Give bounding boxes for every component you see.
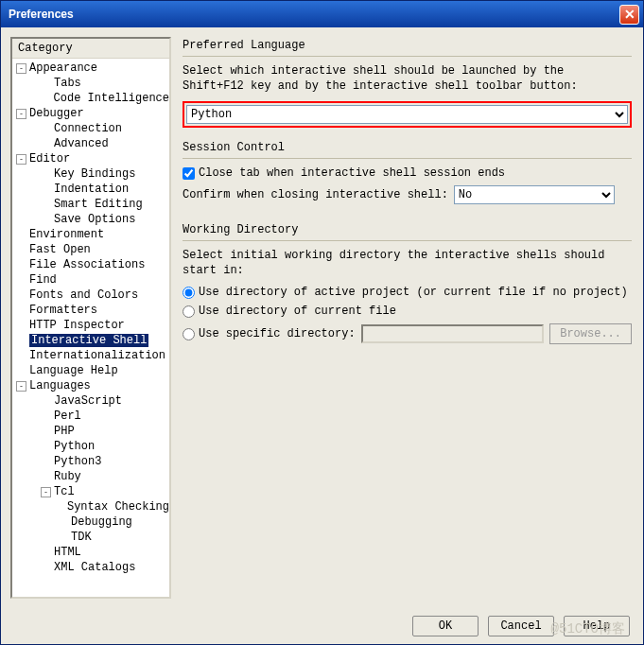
- sidebar-item-python3[interactable]: Python3: [12, 454, 169, 469]
- sidebar-item-label: Tabs: [54, 77, 81, 90]
- collapse-icon[interactable]: -: [16, 381, 26, 392]
- preferences-window: Preferences ✕ Category -AppearanceTabsCo…: [0, 0, 644, 645]
- sidebar-item-label: HTML: [54, 546, 81, 559]
- content-area: Category -AppearanceTabsCode Intelligenc…: [1, 27, 643, 608]
- sidebar-item-debugger[interactable]: -Debugger: [12, 106, 169, 121]
- sidebar-item-php[interactable]: PHP: [12, 424, 169, 439]
- category-tree[interactable]: -AppearanceTabsCode Intelligence-Debugge…: [12, 59, 169, 597]
- collapse-icon[interactable]: -: [16, 109, 26, 119]
- sidebar-item-label: Connection: [54, 122, 122, 135]
- sidebar-item-xml-catalogs[interactable]: XML Catalogs: [12, 560, 169, 575]
- sidebar-item-html[interactable]: HTML: [12, 545, 169, 560]
- sidebar-item-label: Fast Open: [29, 243, 91, 256]
- sidebar-item-label: Internationalization: [29, 349, 165, 362]
- close-tab-checkbox[interactable]: [183, 167, 195, 180]
- sidebar-item-internationalization[interactable]: Internationalization: [12, 348, 169, 363]
- group-title: Session Control: [183, 141, 632, 154]
- sidebar-item-formatters[interactable]: Formatters: [12, 303, 169, 318]
- sidebar-item-key-bindings[interactable]: Key Bindings: [12, 166, 169, 182]
- sidebar-item-advanced[interactable]: Advanced: [12, 136, 169, 151]
- sidebar-item-label: Appearance: [29, 61, 97, 75]
- confirm-close-label: Confirm when closing interactive shell:: [183, 188, 448, 201]
- sidebar-item-find[interactable]: Find: [12, 272, 169, 288]
- sidebar-item-label: File Associations: [29, 258, 145, 271]
- sidebar-item-http-inspector[interactable]: HTTP Inspector: [12, 318, 169, 333]
- session-control-group: Session Control Close tab when interacti…: [183, 141, 632, 210]
- sidebar-item-label: JavaScript: [54, 394, 122, 408]
- sidebar-item-label: Advanced: [54, 137, 109, 150]
- sidebar-header: Category: [12, 39, 169, 59]
- sidebar-item-label: Save Options: [54, 213, 135, 226]
- dialog-footer: OK Cancel Help: [1, 608, 643, 644]
- sidebar-item-python[interactable]: Python: [12, 439, 169, 454]
- group-title: Preferred Language: [183, 39, 632, 52]
- sidebar-item-javascript[interactable]: JavaScript: [12, 393, 169, 409]
- sidebar-item-save-options[interactable]: Save Options: [12, 212, 169, 227]
- sidebar-item-ruby[interactable]: Ruby: [12, 469, 169, 484]
- help-button[interactable]: Help: [564, 616, 630, 636]
- collapse-icon[interactable]: -: [41, 487, 51, 497]
- main-panel: Preferred Language Select which interact…: [181, 37, 634, 599]
- sidebar-item-syntax-checking[interactable]: Syntax Checking: [12, 499, 169, 514]
- sidebar-item-label: Interactive Shell: [29, 334, 148, 347]
- sidebar-item-tdk[interactable]: TDK: [12, 530, 169, 545]
- sidebar-item-fast-open[interactable]: Fast Open: [12, 242, 169, 257]
- category-sidebar: Category -AppearanceTabsCode Intelligenc…: [10, 37, 171, 599]
- working-dir-desc: Select initial working directory the int…: [183, 249, 632, 278]
- sidebar-item-editor[interactable]: -Editor: [12, 151, 169, 166]
- sidebar-item-debugging[interactable]: Debugging: [12, 514, 169, 530]
- window-title: Preferences: [5, 8, 74, 21]
- sidebar-item-code-intelligence[interactable]: Code Intelligence: [12, 91, 169, 106]
- sidebar-item-label: Python3: [54, 455, 101, 468]
- sidebar-item-connection[interactable]: Connection: [12, 121, 169, 136]
- sidebar-item-environment[interactable]: Environment: [12, 227, 169, 242]
- sidebar-item-label: Formatters: [29, 304, 97, 317]
- sidebar-item-label: Debugging: [71, 515, 132, 529]
- wd-radio-3[interactable]: [183, 328, 195, 340]
- browse-button[interactable]: Browse...: [549, 323, 632, 344]
- sidebar-item-label: PHP: [54, 425, 75, 438]
- sidebar-item-label: Tcl: [54, 485, 75, 498]
- sidebar-item-label: Environment: [29, 228, 104, 241]
- cancel-button[interactable]: Cancel: [488, 616, 554, 636]
- sidebar-item-label: Fonts and Colors: [29, 288, 138, 302]
- close-icon[interactable]: ✕: [619, 5, 639, 25]
- working-directory-group: Working Directory Select initial working…: [183, 223, 632, 350]
- collapse-icon[interactable]: -: [16, 154, 26, 165]
- sidebar-item-label: Key Bindings: [54, 167, 135, 181]
- sidebar-item-label: HTTP Inspector: [29, 319, 125, 332]
- sidebar-item-appearance[interactable]: -Appearance: [12, 61, 169, 76]
- sidebar-item-languages[interactable]: -Languages: [12, 378, 169, 393]
- sidebar-item-interactive-shell[interactable]: Interactive Shell: [12, 333, 169, 348]
- wd-option-active-project[interactable]: Use directory of active project (or curr…: [183, 286, 628, 299]
- sidebar-item-perl[interactable]: Perl: [12, 409, 169, 424]
- sidebar-item-tabs[interactable]: Tabs: [12, 76, 169, 91]
- sidebar-item-tcl[interactable]: -Tcl: [12, 484, 169, 499]
- collapse-icon[interactable]: -: [16, 63, 26, 74]
- sidebar-item-label: Perl: [54, 410, 81, 423]
- sidebar-item-file-associations[interactable]: File Associations: [12, 257, 169, 272]
- group-title: Working Directory: [183, 223, 632, 236]
- specific-directory-input[interactable]: [361, 324, 545, 343]
- preferred-language-group: Preferred Language Select which interact…: [183, 39, 632, 128]
- wd-radio-2[interactable]: [183, 305, 195, 318]
- sidebar-item-fonts-and-colors[interactable]: Fonts and Colors: [12, 288, 169, 303]
- sidebar-item-indentation[interactable]: Indentation: [12, 182, 169, 197]
- sidebar-item-label: Python: [54, 440, 95, 453]
- ok-button[interactable]: OK: [412, 616, 479, 636]
- titlebar[interactable]: Preferences ✕: [1, 1, 643, 27]
- preferred-language-select[interactable]: Python: [186, 105, 628, 124]
- close-tab-checkbox-label[interactable]: Close tab when interactive shell session…: [183, 166, 505, 180]
- wd-radio-1[interactable]: [183, 287, 195, 299]
- sidebar-item-label: Ruby: [54, 470, 81, 483]
- sidebar-item-label: TDK: [71, 531, 92, 544]
- sidebar-item-smart-editing[interactable]: Smart Editing: [12, 197, 169, 212]
- sidebar-item-label: Code Intelligence: [54, 92, 169, 105]
- sidebar-item-label: Languages: [29, 379, 91, 392]
- sidebar-item-label: Smart Editing: [54, 198, 143, 211]
- confirm-close-select[interactable]: No: [454, 185, 615, 204]
- sidebar-item-label: Language Help: [29, 364, 118, 377]
- sidebar-item-language-help[interactable]: Language Help: [12, 363, 169, 378]
- wd-option-specific[interactable]: Use specific directory:: [183, 327, 356, 340]
- wd-option-current-file[interactable]: Use directory of current file: [183, 305, 396, 318]
